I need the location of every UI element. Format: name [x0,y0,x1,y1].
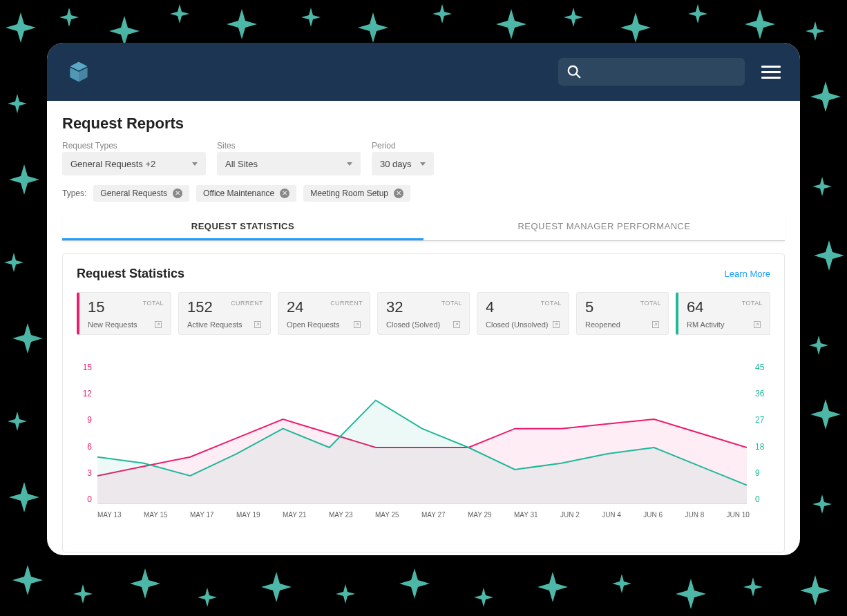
stat-tag: TOTAL [640,300,661,307]
stat-tag: CURRENT [330,300,363,307]
stat-card[interactable]: 15TOTALNew Requests [77,292,171,335]
period-dropdown[interactable]: 30 days [372,152,434,175]
stat-tag: TOTAL [143,300,164,307]
chips-label: Types: [62,189,86,198]
stat-card[interactable]: 24CURRENTOpen Requests [278,292,370,335]
chip-remove-icon[interactable]: ✕ [280,189,289,198]
filter-label-period: Period [372,141,434,151]
stat-card[interactable]: 64TOTALRM Activity [676,292,770,335]
search-icon [567,64,582,79]
stat-card[interactable]: 5TOTALReopened [576,292,669,335]
stat-name: Closed (Solved) [386,320,440,329]
chart: 15129630 4536271890 MAY 13MAY 15MAY 17MA… [77,363,770,535]
sites-dropdown[interactable]: All Sites [217,152,361,175]
chip-remove-icon[interactable]: ✕ [173,189,182,198]
stat-name: Active Requests [187,320,242,329]
chip-remove-icon[interactable]: ✕ [394,189,403,198]
expand-icon [453,320,461,329]
filter-label-sites: Sites [217,141,361,151]
tab-request-manager-performance[interactable]: REQUEST MANAGER PERFORMANCE [424,214,785,240]
stat-name: Open Requests [287,320,339,329]
stat-tag: CURRENT [231,300,263,307]
stat-tag: TOTAL [441,300,462,307]
stat-card[interactable]: 4TOTALClosed (Unsolved) [477,292,569,335]
filter-label-request-types: Request Types [62,141,206,151]
stat-name: Closed (Unsolved) [486,320,548,329]
chip-general-requests: General Requests ✕ [93,185,189,202]
chip-office-maintenance: Office Maintenance ✕ [196,185,296,202]
chip-meeting-room-setup: Meeting Room Setup ✕ [303,185,410,202]
expand-icon [254,320,262,329]
stat-name: RM Activity [687,320,724,329]
app-header [47,43,800,101]
learn-more-link[interactable]: Learn More [725,269,770,279]
stat-card[interactable]: 152CURRENTActive Requests [178,292,271,335]
tab-request-statistics[interactable]: REQUEST STATISTICS [62,214,424,240]
expand-icon [651,320,660,329]
stat-tag: TOTAL [541,300,562,307]
svg-line-1 [576,74,580,78]
stat-name: Reopened [585,320,620,329]
expand-icon [552,320,560,329]
expand-icon [353,320,361,329]
search-input[interactable] [558,58,745,86]
filter-chips: Types: General Requests ✕ Office Mainten… [62,185,785,202]
chevron-down-icon [347,162,352,166]
expand-icon [753,320,761,329]
page-title: Request Reports [62,115,785,133]
stats-title: Request Statistics [77,267,184,281]
chevron-down-icon [192,162,198,166]
app-window: Request Reports Request Types General Re… [47,43,800,555]
tabs: REQUEST STATISTICS REQUEST MANAGER PERFO… [62,214,785,241]
stats-panel: Request Statistics Learn More 15TOTALNew… [62,253,785,552]
filters-row: Request Types General Requests +2 Sites … [62,141,785,175]
stat-tag: TOTAL [742,300,763,307]
chevron-down-icon [420,162,426,166]
chart-canvas [97,363,747,504]
stat-name: New Requests [88,320,137,329]
expand-icon [154,320,162,329]
app-logo-icon [66,59,91,84]
menu-button[interactable] [761,66,781,79]
stat-cards: 15TOTALNew Requests152CURRENTActive Requ… [77,292,770,335]
y-axis-right: 4536271890 [755,363,770,504]
y-axis-left: 15129630 [77,363,92,504]
request-types-dropdown[interactable]: General Requests +2 [62,152,206,175]
x-axis: MAY 13MAY 15MAY 17MAY 19MAY 21MAY 23MAY … [97,511,750,519]
stat-card[interactable]: 32TOTALClosed (Solved) [377,292,470,335]
